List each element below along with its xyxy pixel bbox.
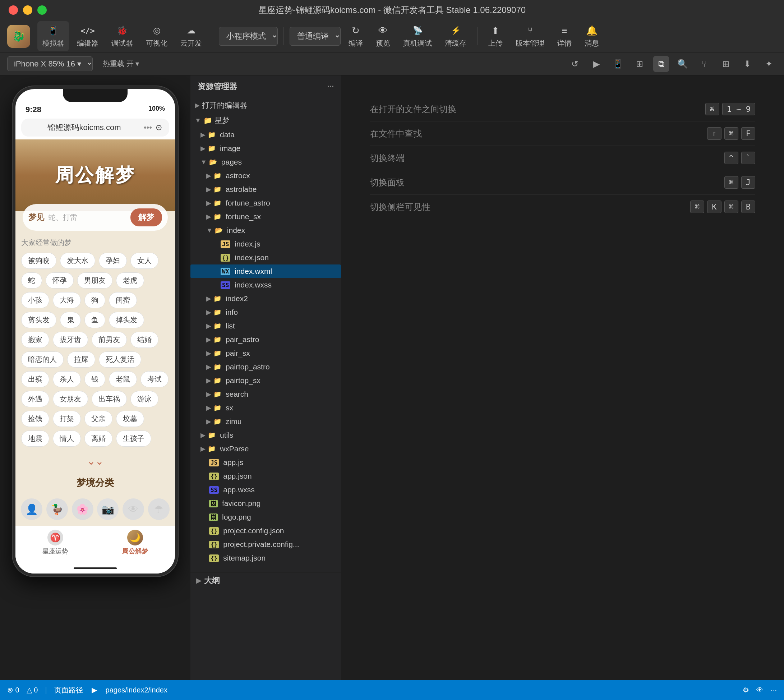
dream-tag[interactable]: 杀人 bbox=[53, 371, 81, 387]
toolbar-real-debug[interactable]: 📡 真机调试 bbox=[398, 21, 437, 51]
file-tree-item-app-json[interactable]: {}app.json bbox=[190, 469, 341, 483]
grid-icon-btn[interactable]: ⊞ bbox=[718, 56, 734, 72]
mode-select[interactable]: 小程序模式 bbox=[219, 27, 278, 46]
dream-tag[interactable]: 老虎 bbox=[116, 272, 144, 288]
maximize-button[interactable] bbox=[37, 5, 47, 15]
toolbar-preview[interactable]: 👁 预览 bbox=[371, 21, 395, 51]
dream-tag[interactable]: 钱 bbox=[85, 371, 105, 387]
file-tree-item-project-private-config---[interactable]: {}project.private.config... bbox=[190, 538, 341, 551]
dream-tag[interactable]: 生孩子 bbox=[116, 430, 151, 447]
file-tree-item-pair_sx[interactable]: ▶📁pair_sx bbox=[190, 347, 341, 360]
minimize-button[interactable] bbox=[23, 5, 32, 15]
play-icon-btn[interactable]: ▶ bbox=[589, 56, 604, 72]
file-tree-item-sitemap-json[interactable]: {}sitemap.json bbox=[190, 551, 341, 565]
file-tree-item-logo-png[interactable]: 🖼logo.png bbox=[190, 510, 341, 524]
file-tree-item-index[interactable]: ▼📂index bbox=[190, 223, 341, 237]
split-icon-btn[interactable]: ⊞ bbox=[632, 56, 648, 72]
branch-icon-btn[interactable]: ⑂ bbox=[696, 56, 712, 72]
file-tree-item-wxParse[interactable]: ▶📁wxParse bbox=[190, 442, 341, 456]
dream-tag[interactable]: 女朋友 bbox=[53, 391, 88, 407]
dream-tag[interactable]: 男朋友 bbox=[77, 272, 112, 288]
outline-header[interactable]: ▶ 大纲 bbox=[196, 575, 335, 586]
dream-tag[interactable]: 打架 bbox=[53, 411, 81, 427]
file-tree-item-sx[interactable]: ▶📁sx bbox=[190, 401, 341, 415]
dream-tag[interactable]: 出殡 bbox=[21, 371, 49, 387]
dream-tag[interactable]: 情人 bbox=[53, 430, 81, 447]
file-tree-item-zimu[interactable]: ▶📁zimu bbox=[190, 415, 341, 428]
more-btn[interactable]: ⌄⌄ bbox=[15, 450, 175, 473]
dream-tag[interactable]: 老鼠 bbox=[109, 371, 137, 387]
dream-tag[interactable]: 考试 bbox=[140, 371, 168, 387]
status-settings-icon[interactable]: ⚙ bbox=[743, 686, 749, 694]
copy-icon-btn[interactable]: ⧉ bbox=[653, 56, 669, 72]
file-tree-item-app-wxss[interactable]: SSapp.wxss bbox=[190, 483, 341, 497]
dream-tag[interactable]: 闺蜜 bbox=[109, 292, 137, 308]
file-tree-item-index-wxml[interactable]: WXindex.wxml bbox=[190, 265, 341, 278]
dream-tag[interactable]: 孕妇 bbox=[99, 253, 127, 269]
file-tree-item-pages[interactable]: ▼📂pages bbox=[190, 155, 341, 169]
dream-tag[interactable]: 结婚 bbox=[130, 332, 158, 348]
file-tree-item-index-js[interactable]: JSindex.js bbox=[190, 237, 341, 251]
dream-tag[interactable]: 被狗咬 bbox=[21, 253, 57, 269]
dream-tag[interactable]: 坟墓 bbox=[116, 411, 144, 427]
status-more-icon[interactable]: ··· bbox=[771, 686, 777, 694]
tab-stars[interactable]: ♈ 星座运势 bbox=[15, 530, 95, 555]
compile-select[interactable]: 普通编译 bbox=[290, 27, 341, 46]
toolbar-clear-cache[interactable]: ⚡ 清缓存 bbox=[440, 21, 471, 51]
project-root[interactable]: ▼ 📁 星梦 bbox=[190, 113, 341, 128]
file-tree-item-index2[interactable]: ▶📁index2 bbox=[190, 292, 341, 305]
tab-dream[interactable]: 🌙 周公解梦 bbox=[95, 530, 175, 555]
toolbar-version[interactable]: ⑂ 版本管理 bbox=[511, 21, 549, 51]
dream-tag[interactable]: 掉头发 bbox=[109, 312, 144, 328]
phone-frame-icon-btn[interactable]: 📱 bbox=[610, 56, 626, 72]
file-tree-item-index-wxss[interactable]: SSindex.wxss bbox=[190, 278, 341, 292]
dream-tag[interactable]: 暗恋的人 bbox=[21, 352, 63, 368]
file-manager-options[interactable]: ··· bbox=[327, 82, 334, 91]
close-button[interactable] bbox=[8, 5, 18, 15]
dream-tag[interactable]: 外遇 bbox=[21, 391, 49, 407]
toolbar-debugger[interactable]: 🐞 调试器 bbox=[107, 21, 138, 51]
search-btn[interactable]: 解梦 bbox=[130, 208, 162, 227]
file-tree-item-app-js[interactable]: JSapp.js bbox=[190, 456, 341, 469]
file-tree-item-fortune_astro[interactable]: ▶📁fortune_astro bbox=[190, 196, 341, 210]
file-tree-item-utils[interactable]: ▶📁utils bbox=[190, 428, 341, 442]
dream-tag[interactable]: 搬家 bbox=[21, 332, 49, 348]
file-tree-item-pairtop_sx[interactable]: ▶📁pairtop_sx bbox=[190, 374, 341, 387]
reload-icon-btn[interactable]: ↺ bbox=[567, 56, 583, 72]
dream-tag[interactable]: 剪头发 bbox=[21, 312, 57, 328]
dream-tag[interactable]: 捡钱 bbox=[21, 411, 49, 427]
toolbar-simulator[interactable]: 📱 模拟器 bbox=[37, 21, 69, 51]
dream-tag[interactable]: 蛇 bbox=[21, 272, 42, 288]
toolbar-details[interactable]: ≡ 详情 bbox=[552, 21, 577, 51]
toolbar-compile[interactable]: ↻ 编译 bbox=[343, 21, 368, 51]
file-tree-item-astrolabe[interactable]: ▶📁astrolabe bbox=[190, 183, 341, 196]
file-tree-item-favicon-png[interactable]: 🖼favicon.png bbox=[190, 497, 341, 510]
dream-tag[interactable]: 女人 bbox=[130, 253, 158, 269]
hotreload-select[interactable]: 热重载 开 ▾ bbox=[98, 56, 143, 72]
file-tree-item-index-json[interactable]: {}index.json bbox=[190, 251, 341, 265]
dream-tag[interactable]: 拉屎 bbox=[67, 352, 95, 368]
toolbar-editor[interactable]: </> 编辑器 bbox=[72, 21, 103, 51]
search-icon-btn[interactable]: 🔍 bbox=[675, 56, 691, 72]
dream-tag[interactable]: 鱼 bbox=[85, 312, 105, 328]
dream-tag[interactable]: 父亲 bbox=[85, 411, 112, 427]
dream-tag[interactable]: 出车祸 bbox=[92, 391, 127, 407]
file-tree-item-fortune_sx[interactable]: ▶📁fortune_sx bbox=[190, 210, 341, 223]
status-eye-icon[interactable]: 👁 bbox=[756, 686, 764, 694]
dream-tag[interactable]: 怀孕 bbox=[46, 272, 74, 288]
dream-tag[interactable]: 地震 bbox=[21, 430, 49, 447]
file-tree-item-data[interactable]: ▶📁data bbox=[190, 128, 341, 142]
file-tree-item-project-config-json[interactable]: {}project.config.json bbox=[190, 524, 341, 538]
file-tree-item-pairtop_astro[interactable]: ▶📁pairtop_astro bbox=[190, 360, 341, 374]
dream-tag[interactable]: 小孩 bbox=[21, 292, 49, 308]
dream-tag[interactable]: 鬼 bbox=[60, 312, 81, 328]
file-tree-item-image[interactable]: ▶📁image bbox=[190, 142, 341, 155]
dream-tag[interactable]: 狗 bbox=[85, 292, 105, 308]
dream-tag[interactable]: 拔牙齿 bbox=[53, 332, 88, 348]
file-tree-item-info[interactable]: ▶📁info bbox=[190, 305, 341, 319]
phone-search-bar[interactable]: 梦见 蛇、打雷 解梦 bbox=[23, 204, 168, 231]
dream-tag[interactable]: 发大水 bbox=[60, 253, 95, 269]
device-select[interactable]: iPhone X 85% 16 ▾ bbox=[7, 57, 93, 71]
dream-tag[interactable]: 游泳 bbox=[130, 391, 158, 407]
dream-tag[interactable]: 离婚 bbox=[85, 430, 112, 447]
